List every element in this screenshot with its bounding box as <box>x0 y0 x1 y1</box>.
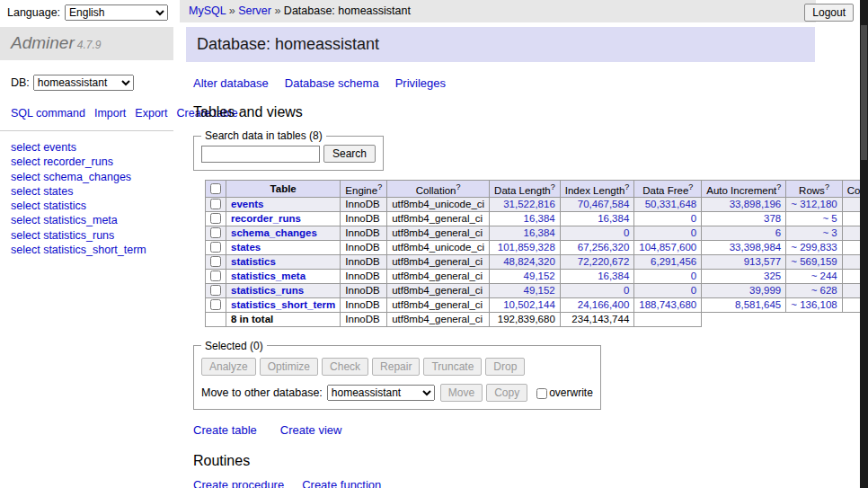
create-links: Create tableCreate view <box>193 423 815 437</box>
collation-cell: utf8mb4_unicode_ci <box>387 197 490 211</box>
row-checkbox-recorder-runs[interactable] <box>210 213 221 224</box>
sidebar-select-schema-changes[interactable]: select schema_changes <box>11 170 163 184</box>
rows-link-statistics-short-term[interactable]: ~ 136,108 <box>791 299 837 310</box>
column-header-rows[interactable]: Rows? <box>786 181 842 198</box>
column-header-data-length[interactable]: Data Length? <box>490 181 561 198</box>
overwrite-checkbox[interactable] <box>536 388 547 399</box>
column-header-table[interactable]: Table <box>226 181 341 198</box>
sidebar-link-import[interactable]: Import <box>94 107 126 120</box>
sidebar-select-statistics[interactable]: select statistics <box>11 199 163 213</box>
routine-create-procedure[interactable]: Create procedure <box>193 478 284 488</box>
search-legend: Search data in tables (8) <box>201 129 326 142</box>
rows-link-states[interactable]: ~ 299,833 <box>791 242 837 253</box>
data-length-cell: 101,859,328 <box>490 240 561 254</box>
rows-link-events[interactable]: ~ 312,180 <box>791 199 837 209</box>
column-header-data-free[interactable]: Data Free? <box>634 181 702 198</box>
check-button[interactable]: Check <box>322 358 368 376</box>
data-free-cell: 0 <box>634 269 702 283</box>
table-link-statistics-meta[interactable]: statistics_meta <box>231 271 306 281</box>
engine-cell: InnoDB <box>341 211 387 226</box>
optimize-button[interactable]: Optimize <box>260 358 318 376</box>
truncate-button[interactable]: Truncate <box>423 358 482 376</box>
collation-cell: utf8mb4_general_ci <box>387 211 490 226</box>
table-link-recorder-runs[interactable]: recorder_runs <box>231 213 301 224</box>
logout-button[interactable]: Logout <box>804 4 854 22</box>
create-create-view[interactable]: Create view <box>280 423 342 437</box>
table-link-statistics-short-term[interactable]: statistics_short_term <box>231 299 335 310</box>
engine-cell: InnoDB <box>341 226 387 240</box>
column-header-collation[interactable]: Collation? <box>387 181 490 198</box>
collation-cell: utf8mb4_general_ci <box>387 254 490 269</box>
select-all-cell <box>206 181 226 198</box>
search-button[interactable]: Search <box>323 145 376 163</box>
move-button[interactable]: Move <box>440 384 483 402</box>
table-row-recorder-runs: recorder_runsInnoDButf8mb4_general_ci16,… <box>206 211 868 226</box>
sidebar-table-links: select eventsselect recorder_runsselect … <box>0 131 173 266</box>
rows-link-statistics-runs[interactable]: ~ 628 <box>811 285 837 296</box>
table-name-cell: statistics_runs <box>226 283 341 297</box>
rows-link-statistics-meta[interactable]: ~ 244 <box>811 271 837 281</box>
routine-create-function[interactable]: Create function <box>302 478 381 488</box>
table-link-events[interactable]: events <box>231 199 263 209</box>
db-select[interactable]: homeassistant <box>33 75 134 91</box>
copy-button[interactable]: Copy <box>486 384 527 402</box>
action-database-schema[interactable]: Database schema <box>285 76 379 90</box>
column-header-engine[interactable]: Engine? <box>341 181 387 198</box>
table-link-statistics[interactable]: statistics <box>231 256 276 267</box>
app-name-link[interactable]: Adminer <box>11 33 75 52</box>
row-checkbox-cell <box>206 211 226 226</box>
total-index-length: 234,143,744 <box>560 312 634 326</box>
repair-button[interactable]: Repair <box>372 358 420 376</box>
row-checkbox-statistics-runs[interactable] <box>210 285 221 296</box>
breadcrumb-link-mysql[interactable]: MySQL <box>189 4 226 17</box>
table-link-schema-changes[interactable]: schema_changes <box>231 227 317 238</box>
move-row: Move to other database:homeassistantMove… <box>201 384 593 402</box>
breadcrumb-link-server[interactable]: Server <box>238 4 271 17</box>
sidebar-select-states[interactable]: select states <box>11 184 163 199</box>
sidebar-select-statistics-short-term[interactable]: select statistics_short_term <box>11 243 163 257</box>
sidebar-select-statistics-runs[interactable]: select statistics_runs <box>11 228 163 243</box>
action-privileges[interactable]: Privileges <box>395 76 446 90</box>
analyze-button[interactable]: Analyze <box>201 358 256 376</box>
row-checkbox-statistics[interactable] <box>210 256 221 267</box>
sidebar-select-events[interactable]: select events <box>11 140 163 155</box>
create-create-table[interactable]: Create table <box>193 423 257 437</box>
row-checkbox-statistics-short-term[interactable] <box>210 299 221 310</box>
sidebar-select-statistics-meta[interactable]: select statistics_meta <box>11 213 163 227</box>
index-length-cell: 16,384 <box>560 269 634 283</box>
scrollbar-thumb[interactable] <box>861 25 867 160</box>
rows-cell: ~ 136,108 <box>786 297 842 312</box>
language-select[interactable]: English <box>65 4 168 21</box>
collation-cell: utf8mb4_unicode_ci <box>387 240 490 254</box>
sidebar-link-export[interactable]: Export <box>135 107 167 120</box>
table-row-events: eventsInnoDButf8mb4_unicode_ci31,522,816… <box>206 197 868 211</box>
row-checkbox-schema-changes[interactable] <box>210 227 221 238</box>
sidebar-select-recorder-runs[interactable]: select recorder_runs <box>11 155 163 169</box>
rows-link-recorder-runs[interactable]: ~ 5 <box>822 213 837 224</box>
table-link-statistics-runs[interactable]: statistics_runs <box>231 285 304 296</box>
select-all-checkbox[interactable] <box>210 183 221 194</box>
action-alter-database[interactable]: Alter database <box>193 76 269 90</box>
row-checkbox-statistics-meta[interactable] <box>210 271 221 281</box>
search-input[interactable] <box>201 146 320 163</box>
row-checkbox-states[interactable] <box>210 242 221 253</box>
move-database-select[interactable]: homeassistant <box>327 385 435 401</box>
index-length-cell: 70,467,584 <box>560 197 634 211</box>
main-content: Database: homeassistant Alter databaseDa… <box>186 27 815 488</box>
data-length-cell: 49,152 <box>490 283 561 297</box>
rows-link-statistics[interactable]: ~ 569,159 <box>791 256 837 267</box>
move-label: Move to other database: <box>201 386 323 399</box>
rows-cell: ~ 569,159 <box>786 254 842 269</box>
collation-cell: utf8mb4_general_ci <box>387 297 490 312</box>
sidebar-link-sql-command[interactable]: SQL command <box>11 107 85 120</box>
row-checkbox-events[interactable] <box>210 199 221 209</box>
drop-button[interactable]: Drop <box>485 358 525 376</box>
collation-cell: utf8mb4_general_ci <box>387 283 490 297</box>
column-header-auto-increment[interactable]: Auto Increment? <box>702 181 786 198</box>
table-link-states[interactable]: states <box>231 242 261 253</box>
rows-link-schema-changes[interactable]: ~ 3 <box>822 227 837 238</box>
vertical-scrollbar[interactable] <box>860 0 868 488</box>
column-header-index-length[interactable]: Index Length? <box>560 181 634 198</box>
table-total-row: 8 in totalInnoDButf8mb4_general_ci192,83… <box>206 312 868 326</box>
row-checkbox-cell <box>206 240 226 254</box>
